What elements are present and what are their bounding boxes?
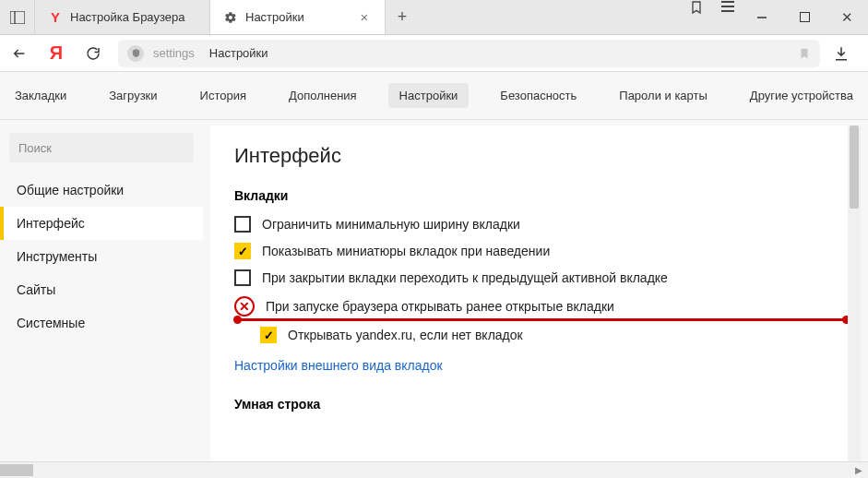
annotation-cross-icon (234, 296, 255, 317)
checkbox-label: Показывать миниатюры вкладок при наведен… (262, 244, 550, 258)
checkbox-label: Ограничить минимальную ширину вкладки (262, 217, 520, 232)
tab-strip: Y Настройка Браузера Настройки × + (35, 0, 689, 34)
checkbox-tab-previews[interactable]: Показывать миниатюры вкладок при наведен… (234, 243, 837, 259)
checkbox-icon[interactable] (260, 327, 277, 343)
nav-security[interactable]: Безопасность (489, 83, 588, 108)
tab-title: Настройка Браузера (70, 10, 196, 24)
settings-main: Интерфейс Вкладки Ограничить минимальную… (210, 125, 861, 461)
panel-toggle-button[interactable] (0, 0, 35, 34)
sidebar-item-system[interactable]: Системные (0, 306, 203, 340)
checkbox-label: При запуске браузера открывать ранее отк… (266, 299, 614, 314)
url-host: settings (153, 46, 195, 60)
bookmark-icon[interactable] (798, 46, 811, 61)
checkbox-close-to-previous[interactable]: При закрытии вкладки переходить к предыд… (234, 269, 837, 286)
link-tab-appearance[interactable]: Настройки внешнего вида вкладок (234, 358, 837, 373)
settings-topnav: Закладки Загрузки История Дополнения Нас… (0, 72, 868, 120)
reload-button[interactable] (81, 42, 105, 66)
section-smartline-title: Умная строка (234, 397, 837, 412)
sidebar-item-general[interactable]: Общие настройки (0, 173, 203, 207)
settings-sidebar: Поиск Общие настройки Интерфейс Инструме… (0, 120, 203, 461)
page-title: Интерфейс (234, 144, 837, 168)
tab-title: Настройки (245, 10, 350, 24)
svg-rect-0 (10, 11, 25, 24)
checkbox-icon[interactable] (234, 216, 251, 233)
nav-passwords[interactable]: Пароли и карты (608, 83, 719, 108)
home-button[interactable]: Я (44, 42, 68, 66)
nav-settings[interactable]: Настройки (388, 83, 470, 108)
sidebar-item-interface[interactable]: Интерфейс (0, 207, 203, 240)
panel-icon (10, 11, 25, 24)
nav-addons[interactable]: Дополнения (278, 83, 368, 108)
sidebar-item-tools[interactable]: Инструменты (0, 240, 203, 273)
close-button[interactable]: ✕ (826, 9, 868, 26)
menu-icon[interactable] (720, 0, 735, 34)
scroll-right-icon[interactable]: ▶ (851, 462, 866, 478)
nav-bookmarks[interactable]: Закладки (4, 83, 77, 108)
omnibox[interactable]: settings Настройки (118, 40, 820, 67)
tab-browser-settings[interactable]: Y Настройка Браузера (35, 0, 210, 34)
window-controls: ✕ (741, 0, 868, 34)
sidebar-item-sites[interactable]: Сайты (0, 273, 203, 306)
scrollbar-thumb[interactable] (850, 125, 859, 209)
new-tab-button[interactable]: + (386, 0, 419, 34)
gear-icon (223, 10, 238, 25)
checkbox-min-tab-width[interactable]: Ограничить минимальную ширину вкладки (234, 216, 837, 233)
minimize-button[interactable] (741, 12, 783, 23)
vertical-scrollbar[interactable] (848, 125, 861, 461)
yandex-icon: Y (48, 10, 63, 25)
checkbox-label: При закрытии вкладки переходить к предыд… (262, 270, 668, 285)
close-icon[interactable]: × (357, 9, 372, 25)
nav-history[interactable]: История (189, 83, 257, 108)
checkbox-restore-tabs[interactable]: При запуске браузера открывать ранее отк… (234, 296, 843, 317)
url-path: Настройки (209, 46, 268, 60)
checkbox-label: Открывать yandex.ru, если нет вкладок (288, 328, 523, 342)
checkbox-icon[interactable] (234, 243, 251, 259)
tab-settings[interactable]: Настройки × (210, 0, 386, 34)
content: Поиск Общие настройки Интерфейс Инструме… (0, 120, 868, 461)
search-placeholder: Поиск (18, 141, 52, 155)
annotation-underline (235, 318, 849, 321)
horizontal-scrollbar[interactable]: ▶ (0, 461, 868, 478)
scrollbar-thumb[interactable] (0, 464, 33, 476)
maximize-button[interactable] (783, 12, 826, 22)
nav-other-devices[interactable]: Другие устройства (739, 83, 864, 108)
site-info-icon[interactable] (127, 45, 144, 62)
toolbar-right (689, 0, 735, 34)
section-tabs-title: Вкладки (234, 188, 837, 203)
back-button[interactable] (7, 42, 31, 66)
checkbox-open-yandex-if-empty[interactable]: Открывать yandex.ru, если нет вкладок (260, 327, 837, 343)
downloads-button[interactable] (833, 45, 861, 62)
search-input[interactable]: Поиск (9, 133, 194, 162)
address-bar: Я settings Настройки (0, 35, 868, 72)
checkbox-icon[interactable] (234, 269, 251, 286)
titlebar: Y Настройка Браузера Настройки × + ✕ (0, 0, 868, 35)
bookmark-flag-icon[interactable] (689, 0, 704, 34)
nav-downloads[interactable]: Загрузки (98, 83, 168, 108)
